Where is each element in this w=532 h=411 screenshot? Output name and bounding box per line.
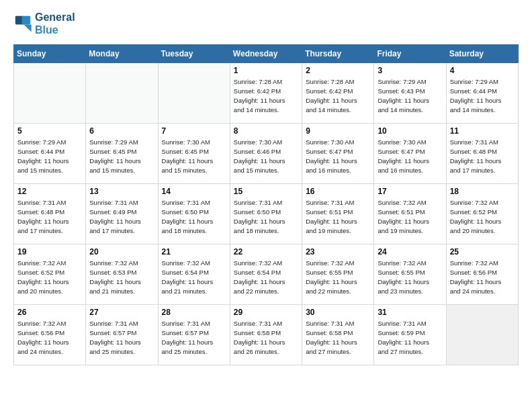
calendar-cell: 13Sunrise: 7:31 AM Sunset: 6:49 PM Dayli… (86, 184, 158, 244)
day-number: 25 (450, 247, 515, 257)
day-number: 19 (17, 247, 82, 257)
day-number: 13 (89, 187, 154, 196)
calendar-cell: 4Sunrise: 7:29 AM Sunset: 6:44 PM Daylig… (446, 63, 518, 124)
calendar-week-4: 19Sunrise: 7:32 AM Sunset: 6:52 PM Dayli… (14, 244, 519, 305)
calendar-table: SundayMondayTuesdayWednesdayThursdayFrid… (13, 44, 519, 365)
logo-text-blue: Blue (35, 24, 75, 36)
day-number: 6 (89, 126, 154, 136)
calendar-cell: 27Sunrise: 7:31 AM Sunset: 6:57 PM Dayli… (86, 305, 158, 365)
day-info: Sunrise: 7:32 AM Sunset: 6:54 PM Dayligh… (162, 259, 226, 295)
day-info: Sunrise: 7:32 AM Sunset: 6:55 PM Dayligh… (378, 259, 442, 295)
calendar-cell: 11Sunrise: 7:31 AM Sunset: 6:48 PM Dayli… (446, 124, 518, 184)
day-info: Sunrise: 7:29 AM Sunset: 6:45 PM Dayligh… (89, 138, 154, 175)
logo-icon (13, 14, 32, 33)
day-number: 9 (306, 126, 370, 136)
calendar-cell: 8Sunrise: 7:30 AM Sunset: 6:46 PM Daylig… (230, 124, 302, 184)
weekday-header-wednesday: Wednesday (230, 45, 302, 63)
calendar-cell: 17Sunrise: 7:32 AM Sunset: 6:51 PM Dayli… (374, 184, 446, 244)
day-number: 28 (162, 308, 226, 317)
weekday-header-sunday: Sunday (14, 45, 86, 63)
day-info: Sunrise: 7:31 AM Sunset: 6:57 PM Dayligh… (162, 319, 226, 356)
day-number: 30 (306, 308, 370, 317)
day-number: 3 (378, 66, 442, 75)
calendar-cell: 20Sunrise: 7:32 AM Sunset: 6:53 PM Dayli… (86, 244, 158, 305)
weekday-header-tuesday: Tuesday (158, 45, 230, 63)
calendar-cell: 16Sunrise: 7:31 AM Sunset: 6:51 PM Dayli… (302, 184, 374, 244)
calendar-container: General Blue SundayMondayTuesdayWednesda… (0, 0, 532, 376)
day-info: Sunrise: 7:29 AM Sunset: 6:44 PM Dayligh… (450, 77, 515, 114)
calendar-cell: 14Sunrise: 7:31 AM Sunset: 6:50 PM Dayli… (158, 184, 230, 244)
logo: General Blue (13, 11, 75, 36)
day-number: 14 (162, 187, 226, 196)
calendar-cell: 15Sunrise: 7:31 AM Sunset: 6:50 PM Dayli… (230, 184, 302, 244)
calendar-cell: 25Sunrise: 7:32 AM Sunset: 6:56 PM Dayli… (446, 244, 518, 305)
day-number: 17 (378, 187, 442, 196)
day-info: Sunrise: 7:31 AM Sunset: 6:48 PM Dayligh… (17, 198, 82, 235)
day-info: Sunrise: 7:31 AM Sunset: 6:57 PM Dayligh… (89, 319, 154, 356)
day-info: Sunrise: 7:32 AM Sunset: 6:51 PM Dayligh… (378, 198, 442, 235)
day-info: Sunrise: 7:32 AM Sunset: 6:56 PM Dayligh… (17, 319, 82, 356)
day-info: Sunrise: 7:31 AM Sunset: 6:50 PM Dayligh… (162, 198, 226, 235)
day-info: Sunrise: 7:32 AM Sunset: 6:52 PM Dayligh… (17, 259, 82, 295)
day-number: 16 (306, 187, 370, 196)
day-info: Sunrise: 7:32 AM Sunset: 6:55 PM Dayligh… (306, 259, 370, 295)
calendar-week-3: 12Sunrise: 7:31 AM Sunset: 6:48 PM Dayli… (14, 184, 519, 244)
calendar-header: General Blue (13, 11, 519, 36)
calendar-week-1: 1Sunrise: 7:28 AM Sunset: 6:42 PM Daylig… (14, 63, 519, 124)
day-info: Sunrise: 7:32 AM Sunset: 6:56 PM Dayligh… (450, 259, 515, 295)
calendar-cell: 28Sunrise: 7:31 AM Sunset: 6:57 PM Dayli… (158, 305, 230, 365)
calendar-cell: 30Sunrise: 7:31 AM Sunset: 6:58 PM Dayli… (302, 305, 374, 365)
calendar-cell: 1Sunrise: 7:28 AM Sunset: 6:42 PM Daylig… (230, 63, 302, 124)
calendar-cell: 5Sunrise: 7:29 AM Sunset: 6:44 PM Daylig… (14, 124, 86, 184)
day-info: Sunrise: 7:30 AM Sunset: 6:46 PM Dayligh… (234, 138, 298, 175)
day-number: 4 (450, 66, 515, 75)
calendar-cell: 29Sunrise: 7:31 AM Sunset: 6:58 PM Dayli… (230, 305, 302, 365)
day-number: 5 (17, 126, 82, 136)
day-number: 8 (234, 126, 298, 136)
calendar-cell: 2Sunrise: 7:28 AM Sunset: 6:42 PM Daylig… (302, 63, 374, 124)
day-number: 31 (378, 308, 442, 317)
calendar-cell: 18Sunrise: 7:32 AM Sunset: 6:52 PM Dayli… (446, 184, 518, 244)
day-number: 1 (234, 66, 298, 75)
calendar-cell (158, 63, 230, 124)
day-info: Sunrise: 7:31 AM Sunset: 6:58 PM Dayligh… (306, 319, 370, 356)
day-number: 21 (162, 247, 226, 257)
day-number: 18 (450, 187, 515, 196)
day-info: Sunrise: 7:32 AM Sunset: 6:54 PM Dayligh… (234, 259, 298, 295)
calendar-week-5: 26Sunrise: 7:32 AM Sunset: 6:56 PM Dayli… (14, 305, 519, 365)
day-info: Sunrise: 7:31 AM Sunset: 6:51 PM Dayligh… (306, 198, 370, 235)
calendar-cell: 10Sunrise: 7:30 AM Sunset: 6:47 PM Dayli… (374, 124, 446, 184)
day-info: Sunrise: 7:29 AM Sunset: 6:43 PM Dayligh… (378, 77, 442, 114)
weekday-header-row: SundayMondayTuesdayWednesdayThursdayFrid… (14, 45, 519, 63)
day-info: Sunrise: 7:31 AM Sunset: 6:48 PM Dayligh… (450, 138, 515, 175)
day-info: Sunrise: 7:28 AM Sunset: 6:42 PM Dayligh… (306, 77, 370, 114)
svg-rect-2 (22, 16, 31, 25)
calendar-cell: 31Sunrise: 7:31 AM Sunset: 6:59 PM Dayli… (374, 305, 446, 365)
day-number: 10 (378, 126, 442, 136)
calendar-cell (14, 63, 86, 124)
calendar-cell (446, 305, 518, 365)
day-number: 23 (306, 247, 370, 257)
calendar-cell: 23Sunrise: 7:32 AM Sunset: 6:55 PM Dayli… (302, 244, 374, 305)
day-info: Sunrise: 7:30 AM Sunset: 6:45 PM Dayligh… (162, 138, 226, 175)
day-number: 24 (378, 247, 442, 257)
weekday-header-friday: Friday (374, 45, 446, 63)
day-number: 27 (89, 308, 154, 317)
day-info: Sunrise: 7:30 AM Sunset: 6:47 PM Dayligh… (306, 138, 370, 175)
calendar-cell: 7Sunrise: 7:30 AM Sunset: 6:45 PM Daylig… (158, 124, 230, 184)
day-number: 20 (89, 247, 154, 257)
day-info: Sunrise: 7:31 AM Sunset: 6:50 PM Dayligh… (234, 198, 298, 235)
weekday-header-saturday: Saturday (446, 45, 518, 63)
day-info: Sunrise: 7:30 AM Sunset: 6:47 PM Dayligh… (378, 138, 442, 175)
calendar-cell: 26Sunrise: 7:32 AM Sunset: 6:56 PM Dayli… (14, 305, 86, 365)
day-info: Sunrise: 7:28 AM Sunset: 6:42 PM Dayligh… (234, 77, 298, 114)
calendar-cell: 19Sunrise: 7:32 AM Sunset: 6:52 PM Dayli… (14, 244, 86, 305)
day-info: Sunrise: 7:32 AM Sunset: 6:53 PM Dayligh… (89, 259, 154, 295)
calendar-cell: 12Sunrise: 7:31 AM Sunset: 6:48 PM Dayli… (14, 184, 86, 244)
calendar-cell (86, 63, 158, 124)
day-number: 29 (234, 308, 298, 317)
day-info: Sunrise: 7:31 AM Sunset: 6:59 PM Dayligh… (378, 319, 442, 356)
calendar-cell: 9Sunrise: 7:30 AM Sunset: 6:47 PM Daylig… (302, 124, 374, 184)
day-info: Sunrise: 7:31 AM Sunset: 6:49 PM Dayligh… (89, 198, 154, 235)
calendar-cell: 21Sunrise: 7:32 AM Sunset: 6:54 PM Dayli… (158, 244, 230, 305)
